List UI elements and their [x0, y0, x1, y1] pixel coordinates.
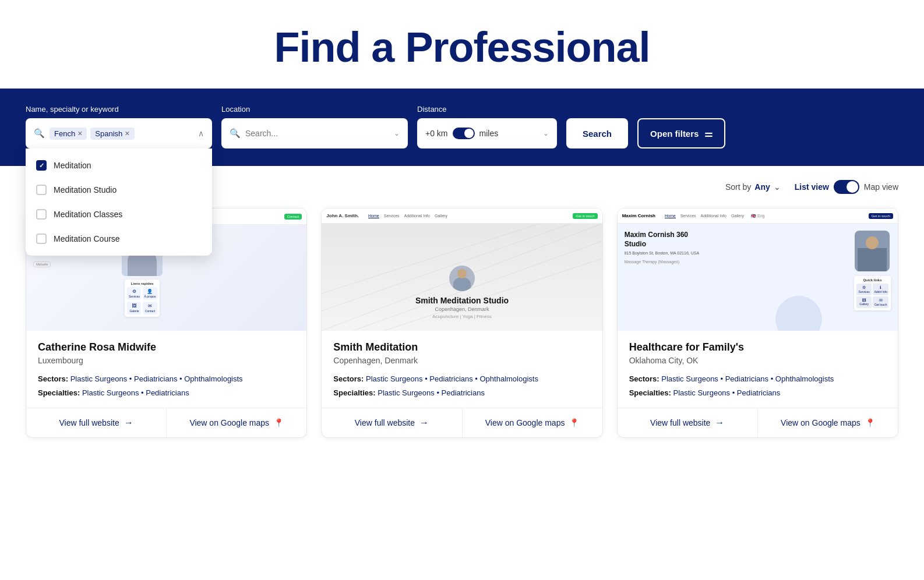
map-view-label: Map view	[864, 182, 898, 192]
view-website-label-1: View full website	[59, 418, 119, 427]
arrow-icon-2: →	[419, 418, 429, 428]
sectors-label-3: Sectors:	[629, 374, 660, 383]
search-bar-section: Name, specialty or keyword 🔍 Fench × Spa…	[0, 89, 924, 166]
tag-row: Fench × Spanish ×	[50, 128, 193, 140]
card-body-1: Catherine Rosa Midwife Luxembourg Sector…	[26, 331, 306, 398]
location-input-wrap[interactable]: 🔍 ⌄	[221, 118, 408, 148]
card-footer-1: View full website → View on Google maps …	[26, 408, 306, 437]
card-smith-meditation: John A. Smith. Home Services Additional …	[321, 208, 602, 438]
preview-studio-tags: Acupuncture | Yoga | Fitness	[415, 314, 509, 319]
location-chevron-icon: ⌄	[394, 129, 400, 137]
preview-link-apropos: 👤 À propos	[143, 287, 157, 300]
preview-link-contact: ✉ Contact	[143, 302, 157, 314]
preview-ql-additional: ℹ Addnl Info	[873, 284, 888, 295]
card-name-1: Catherine Rosa Midwife	[38, 341, 295, 353]
preview-links-1: Liens rapides ⚙ Services 👤 À propos	[125, 280, 159, 317]
tag-spanish[interactable]: Spanish ×	[90, 128, 134, 140]
sort-by-value[interactable]: Any	[754, 182, 770, 192]
preview-nav-btn-1: Contact	[284, 214, 302, 220]
keyword-input-wrap[interactable]: 🔍 Fench × Spanish × ∧	[26, 118, 212, 148]
open-filters-label: Open filters	[650, 129, 699, 139]
sort-by-control: Sort by Any ⌄	[725, 182, 781, 192]
preview-right-3: Quick links ⚙ Services ℹ Addnl Info	[854, 231, 891, 324]
distance-toggle[interactable]	[453, 128, 475, 139]
view-website-btn-2[interactable]: View full website →	[322, 408, 462, 437]
view-maps-label-1: View on Google maps	[189, 418, 269, 427]
card-sectors-1: Sectors: Plastic Surgeons • Pediatrician…	[38, 373, 295, 385]
card-preview-2: John A. Smith. Home Services Additional …	[322, 208, 602, 331]
card-location-2: Copenhagen, Denmark	[333, 356, 590, 365]
card-location-3: Oklahoma City, OK	[629, 356, 886, 365]
preview-link-galerie: 🖼 Galerie	[127, 302, 141, 314]
card-footer-2: View full website → View on Google maps …	[322, 408, 602, 437]
preview-tags-3: Massage Therapy (Massages)	[625, 260, 848, 264]
keyword-dropdown: Meditation Meditation Studio Meditation …	[26, 148, 212, 256]
view-website-btn-3[interactable]: View full website →	[618, 408, 758, 437]
preview-links-grid-1: ⚙ Services 👤 À propos 🖼 Galerie	[127, 287, 157, 314]
tag-spanish-close[interactable]: ×	[125, 129, 129, 137]
preview-ql-touch: ✉ Get touch	[873, 296, 888, 308]
preview-nav-flag-3: 🇬🇧 Eng	[751, 214, 764, 218]
card-body-2: Smith Meditation Copenhagen, Denmark Sec…	[322, 331, 602, 398]
dropdown-label-meditation: Meditation	[54, 161, 91, 170]
view-toggle-switch[interactable]	[834, 180, 859, 194]
tag-fench-close[interactable]: ×	[77, 129, 82, 137]
card-specialties-2: Specialties: Plastic Surgeons • Pediatri…	[333, 387, 590, 399]
distance-input-wrap: +0 km miles ⌄	[417, 118, 557, 148]
page-title: Find a Professional	[12, 23, 912, 71]
list-view-label: List view	[795, 182, 829, 192]
card-body-3: Healthcare for Family's Oklahoma City, O…	[618, 331, 898, 398]
view-maps-label-3: View on Google maps	[781, 418, 860, 427]
sectors-value-1: Plastic Surgeons • Pediatricians • Ophth…	[70, 374, 243, 383]
checkbox-meditation-classes[interactable]	[36, 209, 47, 220]
checkbox-meditation[interactable]	[36, 160, 47, 171]
card-sectors-2: Sectors: Plastic Surgeons • Pediatrician…	[333, 373, 590, 385]
view-website-btn-1[interactable]: View full website →	[26, 408, 167, 437]
view-maps-btn-3[interactable]: View on Google maps 📍	[758, 408, 898, 437]
preview-ql-title-3: Quick links	[856, 278, 888, 282]
arrow-icon-3: →	[715, 418, 724, 428]
dropdown-item-meditation-course[interactable]: Meditation Course	[26, 227, 212, 251]
preview-brand-3: Maxim Cornish	[622, 213, 655, 218]
dropdown-item-meditation[interactable]: Meditation	[26, 153, 212, 178]
preview-links-title-1: Liens rapides	[127, 282, 157, 285]
preview-photo-head-3	[866, 236, 879, 249]
location-input[interactable]	[245, 129, 389, 138]
specialties-label-2: Specialties:	[333, 388, 375, 397]
distance-toggle-wrap[interactable]	[453, 128, 475, 139]
view-maps-btn-2[interactable]: View on Google maps 📍	[463, 408, 602, 437]
tag-fench[interactable]: Fench ×	[50, 128, 87, 140]
card-preview-3: Maxim Cornish Home Services Additional I…	[618, 208, 898, 331]
dropdown-item-meditation-classes[interactable]: Meditation Classes	[26, 202, 212, 227]
preview-nav-gallery-2: Gallery	[435, 214, 447, 218]
specialties-value-3: Plastic Surgeons • Pediatricians	[673, 388, 781, 397]
distance-unit: miles	[479, 129, 499, 138]
preview-nav-additional-3: Additional Info	[701, 214, 726, 218]
checkbox-meditation-course[interactable]	[36, 234, 47, 244]
specialties-value-2: Plastic Surgeons • Pediatricians	[378, 388, 485, 397]
dropdown-label-meditation-studio: Meditation Studio	[54, 185, 117, 194]
specialties-label-1: Specialties:	[38, 388, 80, 397]
checkbox-meditation-studio[interactable]	[36, 185, 47, 195]
filter-icon: ⚌	[704, 128, 713, 139]
location-label: Location	[221, 105, 408, 114]
preview-avatar-head-2	[457, 269, 467, 278]
distance-value: +0 km	[425, 129, 448, 138]
distance-field-group: Distance +0 km miles ⌄	[417, 105, 557, 148]
card-sectors-3: Sectors: Plastic Surgeons • Pediatrician…	[629, 373, 886, 385]
card-name-2: Smith Meditation	[333, 341, 590, 353]
preview-brand-2: John A. Smith.	[326, 213, 359, 218]
preview-studio-loc: Copenhagen, Denmark	[415, 306, 509, 312]
open-filters-button[interactable]: Open filters ⚌	[637, 118, 725, 148]
preview-nav-btn-3: Get in touch	[869, 213, 893, 219]
card-specialties-3: Specialties: Plastic Surgeons • Pediatri…	[629, 387, 886, 399]
search-button[interactable]: Search	[566, 118, 628, 148]
arrow-icon-1: →	[124, 418, 133, 428]
preview-nav-home-2: Home	[368, 214, 379, 218]
keyword-chevron-icon: ∧	[198, 129, 204, 138]
dropdown-item-meditation-studio[interactable]: Meditation Studio	[26, 178, 212, 202]
card-specialties-1: Specialties: Plastic Surgeons • Pediatri…	[38, 387, 295, 399]
view-maps-btn-1[interactable]: View on Google maps 📍	[167, 408, 306, 437]
preview-nav-2: John A. Smith. Home Services Additional …	[322, 208, 602, 224]
dropdown-label-meditation-course: Meditation Course	[54, 234, 120, 243]
